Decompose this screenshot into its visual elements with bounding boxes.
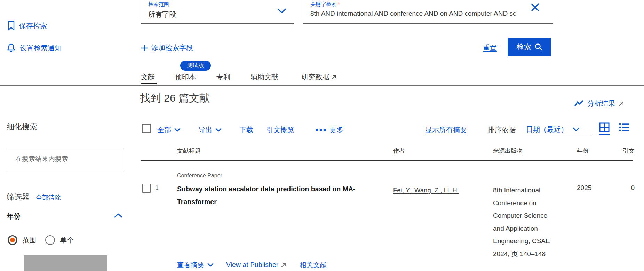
radio-range-label: 范围 — [22, 236, 36, 245]
grid-view-button[interactable] — [599, 122, 610, 135]
author-link[interactable]: Li, H. — [444, 186, 459, 194]
clear-all-filters-button[interactable]: 全部清除 — [36, 193, 61, 202]
line-chart-icon — [574, 99, 584, 108]
year-facet-options: 范围 单个 — [8, 235, 74, 245]
view-at-publisher-link[interactable]: View at Publisher — [226, 261, 286, 269]
year-cell: 2025 — [577, 184, 591, 192]
chevron-down-icon — [573, 127, 580, 132]
bell-icon — [7, 43, 15, 53]
source-line: 2024, 页 140–148 — [493, 248, 575, 261]
add-search-field-button[interactable]: 添加检索字段 — [141, 43, 193, 53]
radio-range[interactable]: 范围 — [8, 235, 36, 245]
source-line: and Application — [493, 222, 575, 235]
author-link[interactable]: Wang, Z. — [414, 186, 444, 194]
page-divider — [0, 85, 644, 86]
external-link-icon — [619, 101, 624, 106]
search-scope-label: 检索范围 — [148, 1, 169, 8]
radio-single-control[interactable] — [45, 235, 55, 245]
source-line: Conference on — [493, 197, 575, 210]
refine-search-input[interactable] — [7, 148, 123, 170]
required-asterisk: * — [338, 1, 340, 7]
external-link-icon — [332, 74, 337, 80]
related-documents-link[interactable]: 相关文献 — [300, 260, 327, 270]
view-abstract-dropdown[interactable]: 查看摘要 — [177, 260, 214, 270]
row-checkbox[interactable] — [142, 184, 151, 193]
add-search-field-label: 添加检索字段 — [151, 43, 193, 53]
column-header-title: 文献标题 — [177, 147, 201, 155]
row-actions: 查看摘要 View at Publisher 相关文献 — [177, 260, 327, 270]
list-view-button[interactable] — [619, 122, 630, 134]
column-header-authors: 作者 — [393, 147, 405, 155]
more-dropdown[interactable]: 更多 — [315, 125, 343, 135]
column-header-year: 年份 — [577, 147, 589, 155]
view-abstract-label: 查看摘要 — [177, 260, 204, 270]
tab-secondary-documents[interactable]: 辅助文献 — [251, 72, 278, 82]
active-tab-indicator — [141, 83, 157, 84]
set-alert-label: 设置检索通知 — [20, 43, 62, 53]
source-line: Engineering, CSAE — [493, 235, 575, 248]
grid-view-icon — [599, 122, 610, 132]
tab-research-data[interactable]: 研究数据 — [302, 72, 337, 82]
row-index: 1 — [155, 184, 159, 192]
tab-preprints[interactable]: 预印本 — [175, 72, 196, 82]
select-all-checkbox[interactable] — [142, 124, 151, 133]
refine-search-title: 细化搜索 — [7, 122, 37, 132]
chevron-down-icon — [215, 128, 222, 132]
year-facet-title: 年份 — [7, 212, 21, 221]
citation-overview-button[interactable]: 引文概览 — [267, 125, 294, 135]
chevron-up-icon[interactable] — [114, 213, 122, 218]
tab-documents[interactable]: 文献 — [141, 72, 155, 82]
authors-cell: Fei, Y.Wang, Z.Li, H. — [393, 184, 489, 197]
select-all-dropdown[interactable]: 全部 — [157, 125, 181, 135]
column-header-source: 来源出版物 — [493, 147, 523, 155]
chevron-down-icon — [277, 8, 287, 14]
close-icon[interactable] — [530, 2, 541, 13]
search-scope-value: 所有字段 — [148, 10, 176, 19]
keyword-search-value: 8th AND international AND conference AND… — [310, 10, 543, 17]
radio-range-control[interactable] — [8, 235, 17, 245]
keyword-search-label-wrap: 关键字检索* — [310, 1, 340, 8]
document-type: Conference Paper — [177, 173, 222, 179]
list-view-icon — [619, 122, 630, 132]
save-search-label: 保存检索 — [19, 21, 47, 31]
document-title-link[interactable]: Subway station escalator data prediction… — [177, 183, 386, 208]
tab-research-data-label: 研究数据 — [302, 72, 329, 82]
search-icon — [535, 43, 542, 51]
radio-single-label: 单个 — [60, 236, 74, 245]
show-all-abstracts-button[interactable]: 显示所有摘要 — [425, 125, 467, 135]
sort-by-label: 排序依据 — [488, 125, 516, 135]
save-search-link[interactable]: 保存检索 — [8, 21, 47, 31]
chevron-down-icon — [174, 128, 181, 132]
table-header-divider — [141, 160, 633, 161]
filters-header: 筛选器 全部清除 — [7, 192, 61, 202]
search-scope-select[interactable]: 检索范围 所有字段 — [141, 0, 294, 24]
download-button[interactable]: 下载 — [239, 125, 253, 135]
set-alert-link[interactable]: 设置检索通知 — [7, 43, 62, 53]
sort-order-dropdown[interactable]: 日期（最近） — [526, 123, 591, 136]
plus-icon — [141, 45, 148, 51]
keyword-search-field[interactable]: 关键字检索* 8th AND international AND confere… — [303, 0, 553, 24]
radio-single[interactable]: 单个 — [45, 235, 74, 245]
year-histogram[interactable] — [24, 255, 107, 271]
reset-button[interactable]: 重置 — [483, 43, 497, 53]
external-link-icon — [281, 262, 286, 268]
keyword-search-label: 关键字检索 — [310, 1, 336, 7]
results-count: 找到 26 篇文献 — [140, 91, 210, 105]
export-label: 导出 — [198, 125, 212, 135]
author-link[interactable]: Fei, Y. — [393, 186, 414, 194]
select-all-label: 全部 — [157, 125, 171, 135]
source-cell[interactable]: 8th International Conference on Computer… — [493, 184, 575, 260]
sort-order-value: 日期（最近） — [526, 125, 568, 134]
export-dropdown[interactable]: 导出 — [198, 125, 222, 135]
radio-range-dot — [10, 238, 15, 242]
ellipsis-icon — [315, 128, 326, 132]
search-button[interactable]: 检索 — [508, 38, 551, 56]
search-button-label: 检索 — [517, 42, 531, 52]
tab-patents[interactable]: 专利 — [216, 72, 230, 82]
cited-by-cell[interactable]: 0 — [605, 184, 635, 192]
source-line: 8th International — [493, 184, 575, 197]
analyze-results-label: 分析结果 — [587, 99, 615, 108]
analyze-results-link[interactable]: 分析结果 — [574, 99, 624, 108]
source-line: Computer Science — [493, 209, 575, 222]
bookmark-icon — [8, 21, 15, 31]
